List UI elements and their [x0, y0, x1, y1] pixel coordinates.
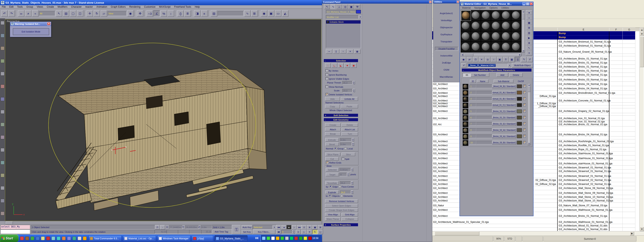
set-key-big-icon[interactable]: ⚿ — [232, 225, 241, 234]
slots-scroll-down-icon[interactable]: ▼ — [522, 49, 525, 52]
selection-rollout-header[interactable]: -Selection — [324, 59, 358, 62]
select-and-move-icon[interactable]: ✛ — [86, 10, 93, 17]
menu-customize[interactable]: Customize — [142, 5, 158, 9]
weld-target-spinner[interactable]: ▲▼ — [347, 173, 349, 176]
by-vertex-checkbox[interactable] — [326, 69, 328, 72]
zoom-extents-icon[interactable]: ▣ — [312, 225, 318, 229]
delete-button[interactable]: Delete — [342, 123, 358, 127]
field-of-view-icon[interactable]: ▷ — [302, 230, 307, 234]
e-cell[interactable]: G3_Architecture_Concrete_01_Normal_01.tg… — [559, 99, 610, 102]
object-name-field[interactable]: G3_Myrtana_House_2_Story_ — [326, 10, 356, 14]
to-elements-radio[interactable] — [340, 195, 343, 197]
zoom-icon[interactable]: ⊙ — [302, 225, 307, 229]
minimize-icon[interactable]: ▁ — [522, 3, 526, 5]
delete-isolated-checkbox[interactable] — [326, 93, 328, 96]
attach-button[interactable]: Attach — [325, 128, 341, 131]
slots-h-thumb[interactable] — [464, 53, 473, 56]
e-cell[interactable]: G3_Architecture_Rope_01_Normal_01.tga — [559, 148, 606, 151]
auto-key-button[interactable]: Auto Key — [242, 225, 252, 229]
undo-icon[interactable]: ↶ — [1, 10, 8, 17]
copy-button[interactable]: Copy — [325, 105, 340, 108]
tray-icon-6[interactable] — [285, 236, 288, 240]
configure-modifier-sets-icon[interactable]: ▦ — [354, 49, 360, 54]
close-icon[interactable]: ✕ — [47, 22, 50, 25]
vertex-icon[interactable]: ∴ — [325, 63, 331, 68]
soft-selection-rollout-header[interactable]: +Soft Selection — [324, 114, 358, 117]
ignore-backfacing-checkbox[interactable] — [326, 73, 328, 76]
sample-slot-17[interactable] — [501, 31, 511, 42]
perspective-viewport[interactable]: Perspective x y G Warning: Isolated Sel.… — [5, 19, 322, 221]
modifier-list-dropdown[interactable]: Modifier List ▼ — [326, 15, 362, 19]
select-by-name-icon[interactable]: ▤ — [63, 10, 69, 17]
submaterial-onoff-checkbox[interactable] — [523, 110, 526, 112]
left-toolbar-icon-4[interactable] — [0, 59, 4, 63]
quicklaunch-icon-5[interactable] — [41, 236, 45, 240]
tray-icon-11[interactable] — [308, 236, 312, 240]
remove-modifier-icon[interactable]: ✕ — [347, 49, 354, 54]
me-menu-options[interactable]: Options — [488, 6, 499, 9]
e-cell[interactable]: G3_Architecture_Bricks_01_Normal_01.tga — [559, 57, 607, 60]
normal-group-radio[interactable] — [334, 147, 337, 150]
slice-button[interactable]: Slice — [342, 153, 355, 156]
submaterial-name-field[interactable] — [476, 135, 492, 138]
submaterial-id-field[interactable]: 5 — [470, 109, 476, 113]
explode-spinner[interactable]: ▲▼ — [351, 191, 354, 194]
submaterial-scrollbar[interactable]: ▲ ▼ — [528, 83, 530, 145]
chevron-down-icon[interactable]: ▼ — [508, 64, 512, 67]
submaterial-onoff-checkbox[interactable] — [523, 85, 526, 87]
utility-button-triangulator[interactable]: Triangulator — [435, 40, 458, 43]
column-header-f[interactable]: F — [609, 28, 623, 32]
sample-slot-18[interactable] — [511, 31, 521, 42]
menu-character[interactable]: Character — [69, 5, 84, 9]
hide-button[interactable]: Hide — [325, 97, 340, 101]
min-max-toggle-icon[interactable]: ◱ — [318, 230, 323, 234]
get-material-icon[interactable]: ◉ — [461, 57, 466, 62]
e-cell[interactable]: G3_Architecture_WallHouse_01_Normal_01.t… — [559, 208, 612, 211]
e-cell[interactable]: G3_Architecture_BricksBroken_01_Normal_0… — [559, 91, 615, 94]
material-id-channel-icon[interactable]: 0 — [503, 57, 508, 62]
normals-scale-spinner[interactable]: ▲▼ — [352, 89, 355, 92]
quicklaunch-icon-11[interactable] — [72, 236, 76, 240]
add-time-tag-button[interactable]: Add Time Tag — [212, 230, 231, 234]
weld-selected-button[interactable]: Selected — [326, 168, 339, 171]
e-cell[interactable]: G3_Architecture_Wood_01_Normal_01.dds — [559, 228, 607, 231]
key-mode-dropdown[interactable]: Selected ▼ — [253, 225, 276, 229]
e-cell[interactable]: G3_Architecture_Bricks_04_Normal_01.tga — [559, 87, 607, 90]
submaterial-button[interactable]: _Bricks_01_E| ( Standard ) — [492, 122, 516, 126]
e-cell[interactable]: G3_Architecture_Iron_01_Normal_01.tga — [559, 117, 605, 120]
scroll-split-icon[interactable]: ▼ — [640, 32, 644, 36]
sort-by-name-button[interactable]: Name — [477, 80, 488, 83]
track-bar[interactable] — [5, 221, 322, 224]
e-cell[interactable]: G3_Architecture_Strawroof_02_Normal_01.t… — [559, 183, 611, 186]
utility-button-vertexalign[interactable]: VertexAlign — [435, 19, 458, 22]
align-icon[interactable]: ≡ — [201, 10, 208, 17]
close-icon[interactable]: ✕ — [530, 3, 533, 5]
key-filters-button[interactable]: Key Filters... — [253, 230, 275, 234]
submaterial-color-swatch[interactable] — [517, 109, 522, 113]
material-editor-options-icon[interactable]: ≣ — [526, 40, 532, 45]
weld-target-button[interactable]: Target — [326, 173, 339, 176]
tray-icon-2[interactable] — [267, 236, 270, 240]
e-cell[interactable]: G3_Architecture_Brickmud_01_Normal_01.tg… — [559, 44, 611, 47]
submaterial-id-field[interactable]: 8 — [470, 128, 476, 132]
e-cell[interactable]: G3_Architecture_Bricks_01_Normal_01.tga — [559, 61, 607, 64]
sample-slot-6[interactable] — [511, 10, 521, 21]
explode-button[interactable]: Explode — [326, 191, 339, 194]
face-icon[interactable]: ◣ — [338, 63, 344, 68]
sample-slot-8[interactable] — [471, 21, 481, 31]
task-button-2[interactable]: Material_List.sxc - Op... — [123, 235, 156, 241]
go-to-parent-icon[interactable]: ↰ — [521, 57, 527, 62]
sample-slot-13[interactable] — [461, 31, 471, 42]
go-to-start-icon[interactable]: ◀◀ — [276, 225, 281, 229]
e-cell[interactable]: G3_Nature_Wall_Stone_07_Normal_03.tga — [559, 204, 607, 207]
select-and-scale-icon[interactable]: ▱ — [100, 10, 107, 17]
submaterial-color-swatch[interactable] — [517, 116, 522, 119]
e-cell[interactable]: G3_Architecture_Bricks_01_Normal_01.tga — [559, 215, 607, 217]
schematic-view-icon[interactable]: ⊞ — [251, 10, 258, 17]
e-cell[interactable]: G3_Architecture_Strawroof_01_Normal_01.t… — [559, 170, 611, 173]
absolute-offset-mode-icon[interactable]: ◦ — [160, 225, 165, 229]
delete-button[interactable]: Delete — [509, 73, 523, 77]
bevel-spinner[interactable]: ▲▼ — [352, 143, 354, 146]
stack-row-editable-mesh[interactable]: + Editable Mesh — [326, 20, 361, 24]
select-by-material-icon[interactable]: ↖ — [526, 45, 532, 50]
